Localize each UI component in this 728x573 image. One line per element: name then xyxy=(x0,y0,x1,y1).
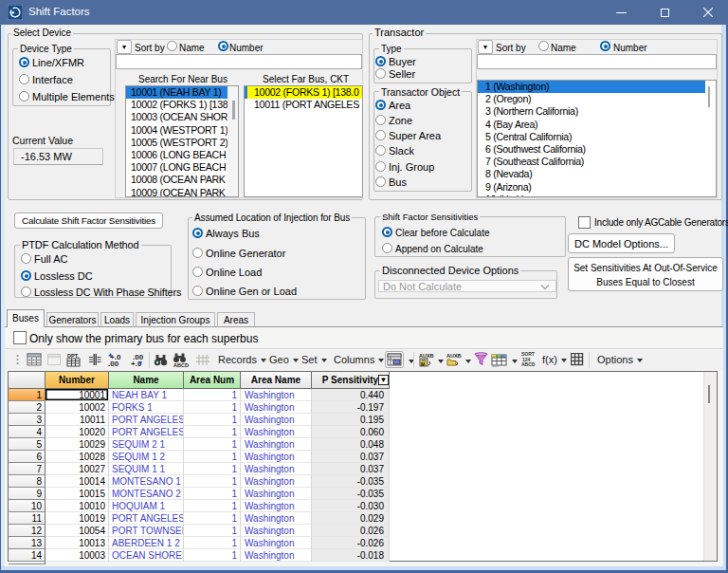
svg-text:M: M xyxy=(421,361,425,367)
svg-text:DPT.: DPT. xyxy=(67,353,79,359)
svg-text:ABCD: ABCD xyxy=(521,361,536,367)
svg-text:AUXB: AUXB xyxy=(419,353,434,359)
svg-text:ABCD: ABCD xyxy=(173,362,189,368)
svg-text:+++: +++ xyxy=(492,363,500,367)
svg-text:AUXB: AUXB xyxy=(446,353,462,359)
svg-text:.00: .00 xyxy=(108,360,119,367)
